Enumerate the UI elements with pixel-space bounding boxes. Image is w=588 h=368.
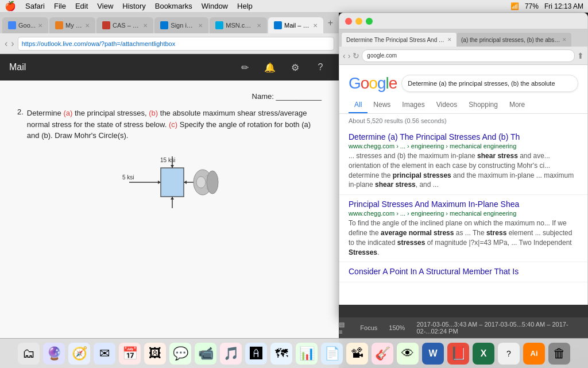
result-2-url: www.chegg.com › ... › engineering › mech… — [349, 210, 578, 217]
result-2-title[interactable]: Principal Stresses And Maximum In-Plane … — [349, 200, 578, 209]
logo-o1: o — [361, 74, 369, 92]
window-controls — [339, 13, 587, 29]
dock-safari[interactable]: 🧭 — [68, 343, 90, 365]
tab-msn-label: MSN.com – H... — [226, 22, 254, 29]
tab-mail[interactable]: Mail – procto... ✕ — [268, 17, 323, 33]
overlay-time-range: 2017-03-05...3:43 AM – 2017-03-05...5:40… — [416, 321, 588, 335]
help-button[interactable]: ? — [311, 58, 330, 76]
tab-mtech[interactable]: My Mtech ✕ — [49, 17, 95, 33]
google-tab-2[interactable]: (a) the principal stresses, (b) the abso… — [457, 33, 571, 47]
search-tab-images[interactable]: Images — [396, 97, 430, 113]
dock-excel[interactable]: X — [473, 343, 494, 365]
search-tab-shopping[interactable]: Shopping — [463, 97, 504, 113]
svg-point-13 — [207, 171, 218, 194]
google-tab-2-close[interactable]: ✕ — [562, 37, 567, 43]
maximize-button[interactable] — [366, 18, 373, 25]
menu-view[interactable]: View — [97, 2, 113, 10]
settings-button[interactable]: ⚙ — [286, 58, 304, 76]
menu-history[interactable]: History — [122, 2, 145, 10]
tab-mail-close[interactable]: ✕ — [313, 22, 318, 29]
tab-msn[interactable]: MSN.com – H... ✕ — [210, 17, 267, 33]
menu-edit[interactable]: Edit — [75, 2, 88, 10]
dock-facetime[interactable]: 📹 — [195, 343, 216, 365]
forward-button[interactable]: › — [11, 39, 14, 49]
tab-google[interactable]: Goo... ✕ — [2, 17, 48, 33]
dock-pages[interactable]: 📄 — [321, 343, 343, 365]
g-forward-button[interactable]: › — [348, 51, 351, 60]
menu-window[interactable]: Window — [202, 2, 228, 10]
tab-mtech-close[interactable]: ✕ — [85, 22, 90, 29]
dock-itunes[interactable]: 🎵 — [220, 343, 242, 365]
overlay-icons: ▤ ≡ — [339, 321, 349, 335]
dock-photos[interactable]: 🖼 — [144, 343, 166, 365]
google-tab-1-close[interactable]: ✕ — [447, 37, 452, 43]
result-3-title[interactable]: Consider A Point In A Structural Member … — [349, 267, 578, 276]
dock-siri[interactable]: 🔮 — [43, 343, 65, 365]
dock-preview[interactable]: 👁 — [397, 343, 419, 365]
search-result-1: Determine (a) The Principal Stresses And… — [339, 128, 587, 195]
overlay-bar: ▤ ≡ Focus 150% 2017-03-05...3:43 AM – 20… — [339, 317, 588, 338]
notifications-button[interactable]: 🔔 — [261, 58, 279, 76]
tab-msn-close[interactable]: ✕ — [257, 22, 261, 29]
dock-finder[interactable]: 🗂 — [18, 343, 40, 365]
back-button[interactable]: ‹ — [5, 39, 7, 49]
name-line: Name: ___________ — [17, 92, 322, 101]
url-input[interactable]: https://outlook.live.com/owa/?path=/atta… — [18, 37, 334, 51]
dock-pdf[interactable]: 📕 — [447, 343, 469, 365]
search-tab-more[interactable]: More — [504, 97, 531, 113]
google-tab-bar: Determine The Principal Stress And The M… — [339, 29, 587, 47]
result-1-title[interactable]: Determine (a) The Principal Stresses And… — [349, 132, 578, 141]
dock-trash[interactable]: 🗑 — [548, 343, 570, 365]
problem-text: Determine (a) the principal stresses, (b… — [27, 108, 322, 141]
new-tab-button[interactable]: + — [324, 18, 336, 28]
dock-word[interactable]: W — [422, 343, 444, 365]
search-tab-news[interactable]: News — [368, 97, 396, 113]
minimize-button[interactable] — [355, 18, 362, 25]
google-search-box[interactable]: Determine (a) the principal stresses, (b… — [401, 75, 578, 92]
google-logo: Google — [349, 74, 397, 93]
search-tab-videos[interactable]: Videos — [431, 97, 463, 113]
tab-signin-close[interactable]: ✕ — [198, 22, 203, 29]
menu-safari[interactable]: Safari — [25, 2, 45, 10]
dock-adobe[interactable]: Ai — [523, 343, 545, 365]
menu-file[interactable]: File — [54, 2, 66, 10]
search-result-3: Consider A Point In A Structural Member … — [339, 262, 587, 282]
search-tab-all[interactable]: All — [349, 97, 368, 113]
text-part-2: the principal stresses, — [72, 109, 149, 117]
dock-maps[interactable]: 🗺 — [270, 343, 292, 365]
dock-help[interactable]: ? — [498, 343, 520, 365]
tab-mtech-label: My Mtech — [65, 22, 83, 29]
tab-mail-label: Mail – procto... — [284, 22, 311, 29]
svg-point-10 — [196, 177, 206, 188]
apple-menu[interactable]: 🍎 — [5, 1, 16, 12]
logo-g2: g — [377, 74, 386, 92]
dock-keynote[interactable]: 📽 — [346, 343, 368, 365]
close-button[interactable] — [345, 18, 352, 25]
dock-mail[interactable]: ✉ — [94, 343, 115, 365]
menu-help[interactable]: Help — [237, 2, 253, 10]
dock-messages[interactable]: 💬 — [169, 343, 191, 365]
text-part-1: Determine — [27, 109, 64, 117]
battery-status: 77% — [525, 2, 539, 10]
tab-cas[interactable]: CAS – Centre... ✕ — [96, 17, 153, 33]
tab-signin[interactable]: Sign in to yo... ✕ — [154, 17, 208, 33]
g-share-button[interactable]: ⬆ — [577, 51, 584, 60]
clock: Fri 12:13 AM — [544, 2, 583, 10]
compose-button[interactable]: ✏ — [235, 58, 254, 76]
problem-item: 2. Determine (a) the principal stresses,… — [17, 108, 322, 141]
tab-cas-close[interactable]: ✕ — [143, 22, 148, 29]
google-url-bar: ‹ › ↻ google.com ⬆ — [339, 47, 587, 65]
dock-numbers[interactable]: 📊 — [296, 343, 318, 365]
mail-browser: Goo... ✕ My Mtech ✕ CAS – Centre... ✕ Si… — [0, 13, 339, 368]
logo-e: e — [389, 74, 397, 92]
google-url-input[interactable]: google.com — [362, 49, 575, 62]
google-search-area: Google Determine (a) the principal stres… — [339, 65, 587, 93]
dock-music[interactable]: 🎸 — [372, 343, 393, 365]
dock-calendar[interactable]: 📅 — [119, 343, 141, 365]
tab-google-close[interactable]: ✕ — [38, 22, 42, 29]
dock-appstore[interactable]: 🅰 — [245, 343, 267, 365]
g-back-button[interactable]: ‹ — [343, 51, 346, 60]
menu-bookmarks[interactable]: Bookmarks — [155, 2, 192, 10]
google-tab-1[interactable]: Determine The Principal Stress And The M… — [342, 33, 457, 47]
g-refresh-button[interactable]: ↻ — [353, 51, 359, 60]
